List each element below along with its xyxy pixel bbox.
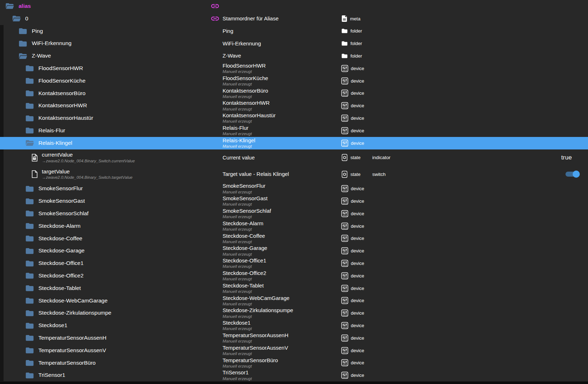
object-row-Steckdose-Zirkulationspumpe[interactable]: Steckdose-ZirkulationspumpeSteckdose-Zir… [0,307,588,319]
object-row-Z-Wave[interactable]: Z-WaveZ-Wavefolder [0,50,588,62]
folder-icon[interactable] [25,197,34,206]
object-name-block: TriSensor1Manuell erzeugt [223,370,252,381]
tree-item-label: Steckdose-Garage [39,248,85,254]
object-row-FloodSensorHWR[interactable]: FloodSensorHWRFloodSensorHWRManuell erze… [0,62,588,75]
value-cell: true [422,154,588,161]
object-type-label: device [351,141,364,146]
folder-open-icon[interactable] [18,51,28,61]
folder-icon[interactable] [18,39,28,48]
type-cell: folder [341,28,372,34]
folder-icon[interactable] [25,246,34,256]
object-row-Steckdose-Tablet[interactable]: Steckdose-TabletSteckdose-TabletManuell … [0,282,588,295]
tree-item: currentValue→zwave2.0.Node_004.Binary_Sw… [42,152,135,163]
state-type-icon [341,154,348,161]
object-name: KontaktsensorHWR [223,100,270,106]
object-row-KontaktsensorBüro[interactable]: KontaktsensorBüroKontaktsensorBüroManuel… [0,87,588,100]
object-name-subtitle: Manuell erzeugt [223,351,288,356]
object-row-Steckdose-Coffee[interactable]: Steckdose-CoffeeSteckdose-CoffeeManuell … [0,232,588,245]
folder-open-icon[interactable] [12,14,21,23]
file-icon[interactable] [31,170,38,178]
folder-icon[interactable] [25,333,34,343]
object-name-block: Steckdose-ZirkulationspumpeManuell erzeu… [223,307,293,319]
object-row-Steckdose-Office1[interactable]: Steckdose-Office1Steckdose-Office1Manuel… [0,257,588,270]
object-name-subtitle: Manuell erzeugt [223,376,252,381]
type-cell: state [341,154,372,161]
object-name-subtitle: Manuell erzeugt [223,339,288,343]
object-row-Steckdose-Alarm[interactable]: Steckdose-AlarmSteckdose-AlarmManuell er… [0,220,588,232]
object-row-SmokeSensorSchlaf[interactable]: SmokeSensorSchlafSmokeSensorSchlafManuel… [0,207,588,220]
folder-icon[interactable] [25,114,34,123]
object-row-Steckdose-Garage[interactable]: Steckdose-GarageSteckdose-GarageManuell … [0,245,588,257]
folder-icon[interactable] [25,371,34,380]
folder-icon[interactable] [25,64,34,73]
object-row-TriSensor1[interactable]: TriSensor1TriSensor1Manuell erzeugtdevic… [0,369,588,381]
object-row-Relais-Flur[interactable]: Relais-FlurRelais-FlurManuell erzeugtdev… [0,124,588,137]
object-row-Steckdose-Office2[interactable]: Steckdose-Office2Steckdose-Office2Manuel… [0,270,588,282]
folder-icon[interactable] [25,259,34,268]
object-name-subtitle: Manuell erzeugt [223,326,252,331]
object-name: Steckdose-Alarm [223,221,263,226]
tree-item-label: SmokeSensorSchlaf [39,211,89,217]
folder-open-icon[interactable] [5,1,14,11]
object-type-label: device [351,236,364,241]
object-row-alias.0[interactable]: 0Stammordner für Aliasemeta [0,13,588,25]
object-row-TemperaturSensorAussenH[interactable]: TemperaturSensorAussenHTemperaturSensorA… [0,332,588,344]
state-toggle-switch[interactable] [564,171,580,178]
folder-icon[interactable] [25,209,34,218]
tree-item: TemperaturSensorBüro [39,360,96,366]
type-cell: device [341,359,372,366]
object-row-SmokeSensorFlur[interactable]: SmokeSensorFlurSmokeSensorFlurManuell er… [0,182,588,195]
object-type-label: device [351,348,364,353]
type-cell: state [341,171,372,178]
folder-icon[interactable] [25,346,34,355]
folder-icon[interactable] [25,358,34,368]
folder-icon[interactable] [18,26,28,36]
object-row-TemperaturSensorBüro[interactable]: TemperaturSensorBüroTemperaturSensorBüro… [0,357,588,369]
folder-icon[interactable] [25,101,34,110]
object-name-subtitle: Manuell erzeugt [223,289,264,294]
name-cell: SmokeSensorGastManuell erzeugt [200,196,341,207]
objects-browser: alias0Stammordner für AliasemetaPingPing… [0,0,588,384]
folder-icon[interactable] [25,126,34,135]
folder-icon[interactable] [25,184,34,193]
left-scroll-track[interactable] [0,25,4,381]
object-row-WiFi-Erkennung[interactable]: WiFi-ErkennungWiFi-Erkennungfolder [0,37,588,50]
tree-item: Steckdose-Office1 [39,260,84,266]
tree-item-alias-target: →zwave2.0.Node_004.Binary_Switch.targetV… [42,175,133,179]
tree-item: SmokeSensorSchlaf [39,211,89,217]
folder-icon[interactable] [25,271,34,280]
folder-icon[interactable] [25,309,34,318]
folder-icon[interactable] [25,321,34,330]
object-row-Ping[interactable]: PingPingfolder [0,25,588,38]
object-row-KontaktsensorHWR[interactable]: KontaktsensorHWRKontaktsensorHWRManuell … [0,99,588,112]
alias-link-icon[interactable] [210,14,220,23]
object-row-TemperaturSensorAussenV[interactable]: TemperaturSensorAussenVTemperaturSensorA… [0,344,588,357]
object-row-targetValue[interactable]: targetValue→zwave2.0.Node_004.Binary_Swi… [0,166,588,182]
object-row-currentValue[interactable]: currentValue→zwave2.0.Node_004.Binary_Sw… [0,149,588,166]
object-row-Relais-Klingel[interactable]: Relais-KlingelRelais-KlingelManuell erze… [0,137,588,149]
object-row-SmokeSensorGast[interactable]: SmokeSensorGastSmokeSensorGastManuell er… [0,195,588,207]
object-row-Steckdose1[interactable]: Steckdose1Steckdose1Manuell erzeugtdevic… [0,319,588,332]
tree-cell: Steckdose-Zirkulationspumpe [0,309,200,318]
alias-link-icon[interactable] [210,1,220,11]
tree-item: Steckdose-Coffee [39,236,83,242]
object-row-FloodSensorKüche[interactable]: FloodSensorKücheFloodSensorKücheManuell … [0,75,588,87]
folder-icon[interactable] [25,76,34,85]
type-cell: device [341,222,372,230]
object-row-KontaktsensorHaustür[interactable]: KontaktsensorHaustürKontaktsensorHaustür… [0,112,588,124]
tree-cell: Ping [0,26,200,36]
object-type-label: device [351,198,364,204]
object-row-Steckdose-WebCamGarage[interactable]: Steckdose-WebCamGarageSteckdose-WebCamGa… [0,295,588,307]
folder-icon[interactable] [25,234,34,243]
folder-icon[interactable] [25,89,34,98]
device-type-icon [341,272,348,280]
folder-icon[interactable] [25,296,34,305]
file-lock-icon[interactable] [31,154,38,162]
folder-icon[interactable] [25,284,34,293]
object-row-alias[interactable]: alias [0,0,588,13]
folder-icon[interactable] [25,221,34,231]
folder-open-icon[interactable] [25,138,34,148]
state-value[interactable]: true [561,154,572,161]
device-type-icon [341,102,348,109]
object-type-label: device [351,360,364,365]
